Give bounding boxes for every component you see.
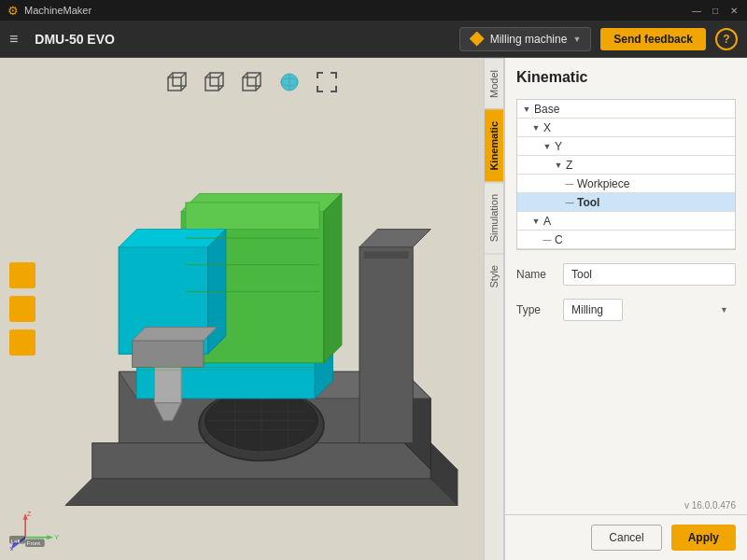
content-area: Z Y X Left Front Model Kinematic Simulat…: [0, 58, 747, 560]
toggle-c: —: [542, 234, 553, 245]
svg-rect-41: [186, 203, 319, 230]
apply-button[interactable]: Apply: [671, 525, 736, 551]
toolbar: ≡ DMU-50 EVO Milling machine ▼ Send feed…: [0, 21, 747, 58]
panel-title: Kinematic: [516, 69, 736, 86]
help-button[interactable]: ?: [715, 28, 738, 50]
svg-rect-10: [243, 77, 256, 91]
tree-row-workpiece[interactable]: — Workpiece: [517, 175, 735, 193]
svg-marker-40: [324, 193, 342, 362]
svg-text:Z: Z: [27, 510, 32, 518]
svg-marker-33: [359, 230, 430, 247]
toggle-workpiece: —: [564, 178, 575, 189]
tab-model[interactable]: Model: [485, 58, 503, 109]
tree-label-z: Z: [566, 159, 572, 172]
titlebar-controls[interactable]: — □ ✕: [691, 5, 740, 16]
sphere-view-icon[interactable]: [276, 69, 303, 95]
tree-row-z[interactable]: ▼ Z: [517, 156, 735, 175]
kinematic-tree: ▼ Base ▼ X ▼ Y ▼: [516, 99, 736, 250]
type-label: Type: [516, 303, 563, 316]
svg-text:X: X: [9, 545, 14, 551]
app-icon: ⚙: [7, 4, 19, 18]
svg-rect-5: [205, 77, 218, 91]
right-panel: Kinematic ▼ Base ▼ X ▼ Y: [504, 58, 747, 560]
toggle-x[interactable]: ▼: [530, 122, 542, 133]
cube-top-icon[interactable]: [239, 69, 265, 95]
axes-indicator: Z Y X Left Front: [9, 504, 65, 551]
svg-rect-47: [155, 367, 182, 402]
tree-label-c: C: [555, 233, 563, 246]
machine-name: DMU-50 EVO: [35, 32, 449, 47]
tree-row-c[interactable]: — C: [517, 231, 735, 249]
type-select-wrapper: Milling Turning Grinding: [563, 299, 736, 321]
machine-type-button[interactable]: Milling machine ▼: [459, 27, 592, 51]
tree-label-x: X: [543, 121, 551, 134]
name-label: Name: [516, 268, 563, 281]
tree-row-a[interactable]: ▼ A: [517, 212, 735, 231]
version-text: v 16.0.0.476: [505, 500, 747, 514]
name-input[interactable]: [563, 263, 736, 286]
tree-label-workpiece: Workpiece: [577, 177, 629, 190]
viewport[interactable]: Z Y X Left Front: [0, 58, 504, 560]
svg-rect-32: [359, 247, 413, 443]
toggle-tool: —: [564, 197, 575, 208]
tree-label-tool: Tool: [577, 196, 599, 209]
app-name: MachineMaker: [24, 5, 92, 16]
toggle-z[interactable]: ▼: [553, 160, 564, 171]
tab-kinematic[interactable]: Kinematic: [485, 109, 503, 182]
close-button[interactable]: ✕: [728, 5, 740, 16]
panel-content: Kinematic ▼ Base ▼ X ▼ Y: [505, 58, 747, 500]
view-icons-toolbar: [164, 69, 340, 95]
tree-label-a: A: [543, 215, 551, 228]
name-field-row: Name: [516, 263, 736, 286]
send-feedback-button[interactable]: Send feedback: [600, 28, 706, 50]
svg-text:Left: Left: [11, 539, 21, 544]
dropdown-arrow-icon: ▼: [572, 35, 581, 44]
vertical-tabs: Model Kinematic Simulation Style: [484, 58, 504, 560]
type-select[interactable]: Milling Turning Grinding: [563, 299, 623, 321]
titlebar: ⚙ MachineMaker — □ ✕: [0, 0, 747, 21]
toggle-a[interactable]: ▼: [530, 216, 542, 227]
svg-marker-46: [133, 328, 218, 341]
tab-style[interactable]: Style: [485, 253, 503, 299]
machine-3d-view: [19, 105, 504, 532]
type-field-row: Type Milling Turning Grinding: [516, 299, 736, 321]
fullscreen-icon[interactable]: [314, 69, 340, 95]
tree-row-x[interactable]: ▼ X: [517, 119, 735, 137]
menu-icon[interactable]: ≡: [9, 31, 18, 48]
cancel-button[interactable]: Cancel: [591, 525, 661, 551]
toggle-base[interactable]: ▼: [521, 104, 532, 115]
titlebar-left: ⚙ MachineMaker: [7, 4, 92, 18]
minimize-button[interactable]: —: [691, 5, 702, 16]
svg-rect-45: [133, 341, 204, 368]
milling-icon: [470, 32, 485, 47]
svg-rect-0: [168, 77, 181, 91]
svg-text:Y: Y: [54, 533, 59, 541]
svg-rect-34: [364, 251, 409, 259]
svg-marker-18: [65, 479, 458, 506]
svg-marker-58: [47, 535, 53, 539]
tree-row-tool[interactable]: — Tool: [517, 193, 735, 212]
tree-row-base[interactable]: ▼ Base: [517, 100, 735, 119]
cube-side-icon[interactable]: [202, 69, 228, 95]
cube-front-icon[interactable]: [164, 69, 190, 95]
tree-label-base: Base: [534, 103, 559, 116]
tree-label-y: Y: [555, 140, 562, 153]
machine-type-label: Milling machine: [490, 33, 568, 46]
tab-simulation[interactable]: Simulation: [485, 182, 503, 253]
svg-text:Front: Front: [27, 540, 40, 546]
panel-footer: Cancel Apply: [505, 514, 747, 560]
toggle-y[interactable]: ▼: [542, 141, 553, 152]
maximize-button[interactable]: □: [710, 5, 721, 16]
tree-row-y[interactable]: ▼ Y: [517, 137, 735, 156]
